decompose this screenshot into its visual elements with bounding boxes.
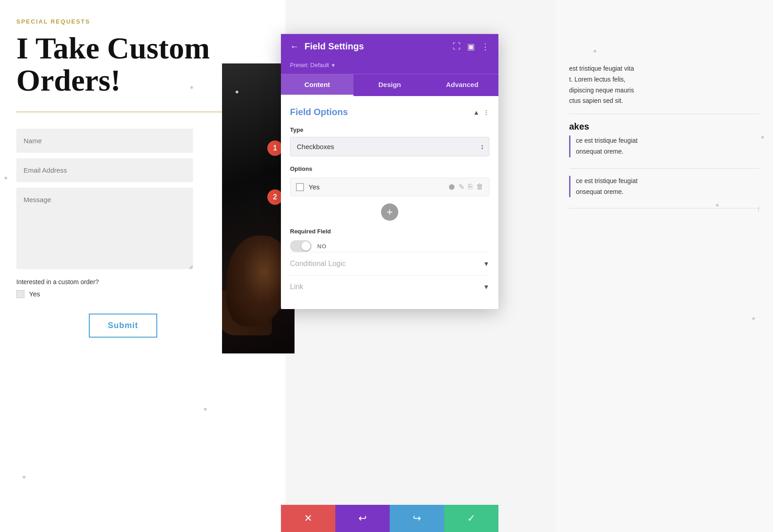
redo-button[interactable]: ↪ (390, 505, 444, 532)
right-divider-3 (569, 208, 759, 208)
right-section-block-1: akes ce est tristique feugiat onsequat o… (569, 121, 759, 157)
right-divider-2 (569, 168, 759, 169)
delete-icon[interactable]: 🗑 (476, 183, 483, 191)
right-text-3: ce est tristique feugiat onsequat oreme. (576, 176, 759, 198)
preset-chevron-icon: ▼ (331, 63, 336, 68)
link-chevron-icon: ▼ (483, 283, 489, 290)
add-option-btn: + (290, 203, 489, 221)
option-actions-1: ⬢ ✎ ⎘ 🗑 (449, 183, 483, 191)
section-controls: ▲ ⋮ (473, 109, 489, 116)
toggle-row: NO (290, 240, 489, 252)
special-requests-label: SPECIAL REQUESTS (16, 18, 269, 25)
dot-bg-6 (204, 408, 207, 411)
required-field-section: Required Field NO (290, 228, 489, 252)
bread-visual (227, 236, 290, 326)
tab-design[interactable]: Design (353, 74, 426, 96)
submit-button[interactable]: Submit (89, 314, 157, 338)
panel-header-icons: ⛶ ▣ ⋮ (453, 42, 489, 52)
back-arrow-icon[interactable]: ← (290, 41, 299, 52)
options-label: Options (290, 165, 489, 172)
tab-advanced[interactable]: Advanced (426, 74, 498, 96)
dot-bg-3 (716, 204, 719, 207)
panel-header-left: ← Field Settings (290, 41, 364, 52)
right-section-block-2: ce est tristique feugiat onsequat oreme.… (569, 176, 759, 198)
dot-decoration (190, 86, 193, 89)
step-badge-2: 2 (267, 189, 283, 205)
drag-icon[interactable]: ⬢ (449, 183, 455, 191)
dot-bg-1 (594, 50, 596, 53)
type-label: Type (290, 126, 489, 133)
dot-bg-4 (752, 317, 755, 320)
conditional-logic-chevron-icon: ▼ (483, 260, 489, 267)
preset-dropdown[interactable]: Preset: Default ▼ (290, 62, 489, 68)
panel-tabs: Content Design Advanced (281, 74, 498, 96)
dot-bg-2 (761, 136, 764, 139)
right-section-title: akes (569, 121, 759, 132)
required-field-label: Required Field (290, 228, 489, 235)
field-settings-panel: ← Field Settings ⛶ ▣ ⋮ Preset: Default ▼… (281, 34, 498, 309)
field-options-title: Field Options (290, 107, 348, 117)
cancel-button[interactable]: ✕ (281, 505, 335, 532)
type-select-wrapper: Checkboxes Text Email Textarea Select Ra… (290, 137, 489, 156)
right-panel: est tristique feugiat vita t. Lorem lect… (556, 0, 773, 532)
dot-bg-5 (236, 91, 238, 93)
panel-header: ← Field Settings ⛶ ▣ ⋮ (281, 34, 498, 59)
edit-icon[interactable]: ✎ (459, 183, 464, 191)
preset-label: Preset: Default (290, 62, 329, 68)
confirm-button[interactable]: ✓ (444, 505, 498, 532)
conditional-logic-title: Conditional Logic (290, 260, 346, 268)
name-input[interactable] (16, 129, 193, 153)
add-option-circle[interactable]: + (381, 203, 398, 221)
message-textarea[interactable] (16, 188, 193, 269)
panel-title: Field Settings (304, 41, 364, 52)
yes-label: Yes (29, 290, 40, 298)
fullscreen-icon[interactable]: ⛶ (453, 42, 461, 51)
option-text-input-1[interactable] (309, 183, 444, 191)
right-divider-1 (569, 114, 759, 114)
link-section[interactable]: Link ▼ (290, 275, 489, 298)
right-block-content-1: ce est tristique feugiat onsequat oreme. (569, 135, 759, 157)
more-icon[interactable]: ⋮ (481, 42, 489, 52)
dot-decoration (5, 177, 7, 179)
tab-content[interactable]: Content (281, 74, 353, 96)
panel-body: Field Options ▲ ⋮ Type Checkboxes Text E… (281, 96, 498, 309)
link-title: Link (290, 283, 303, 291)
conditional-logic-section[interactable]: Conditional Logic ▼ (290, 252, 489, 275)
right-text-2: ce est tristique feugiat onsequat oreme. (576, 135, 759, 157)
step-badge-1: 1 (267, 140, 283, 156)
section-menu-icon[interactable]: ⋮ (483, 109, 489, 116)
copy-icon[interactable]: ⎘ (468, 183, 473, 191)
dot-decoration (23, 476, 25, 479)
collapse-icon[interactable]: ▲ (473, 109, 479, 116)
email-input[interactable] (16, 158, 193, 182)
action-bar: ✕ ↩ ↪ ✓ (281, 505, 498, 532)
right-text-1: est tristique feugiat vita t. Lorem lect… (569, 63, 759, 106)
sidebar-icon[interactable]: ▣ (467, 42, 475, 52)
panel-preset: Preset: Default ▼ (281, 59, 498, 74)
toggle-knob (301, 242, 310, 251)
section-header-row: Field Options ▲ ⋮ (290, 107, 489, 117)
right-block-content-2: ce est tristique feugiat onsequat oreme. (569, 176, 759, 198)
option-checkbox-1[interactable] (296, 183, 304, 191)
slash-icon: / (758, 206, 759, 213)
type-select[interactable]: Checkboxes Text Email Textarea Select Ra… (290, 137, 489, 156)
yes-checkbox[interactable] (16, 290, 24, 298)
option-row-1: ⬢ ✎ ⎘ 🗑 (290, 178, 489, 196)
undo-button[interactable]: ↩ (335, 505, 390, 532)
toggle-state-label: NO (317, 243, 327, 250)
required-toggle[interactable] (290, 240, 312, 252)
